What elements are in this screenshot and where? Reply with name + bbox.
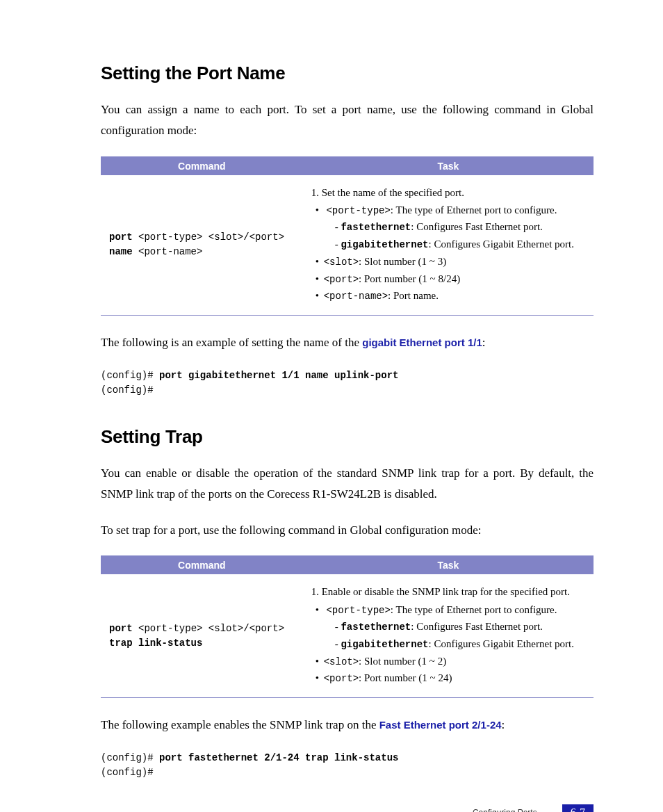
heading-setting-port-name: Setting the Port Name — [101, 63, 594, 84]
task-sub-bullet: - gigabitethernet: Configures Gigabit Et… — [335, 236, 585, 253]
command-cell: port port <port-type> <slot>/<port><port… — [101, 574, 303, 698]
task-main-text: 1. Set the name of the specified port. — [311, 185, 585, 201]
code-example-2: (config)# port fastethernet 2/1-24 trap … — [101, 751, 594, 781]
table-header-command: Command — [101, 157, 303, 175]
task-bullet: <slot>: Slot number (1 ~ 2) — [324, 653, 585, 670]
command-table-1: Command Task port port <port-type> <slot… — [101, 156, 594, 316]
footer-chapter-label: Configuring Ports — [473, 808, 537, 812]
task-cell: 1. Set the name of the specified port. <… — [303, 174, 594, 315]
table-header-task: Task — [303, 556, 594, 574]
table-row: port port <port-type> <slot>/<port><port… — [101, 574, 594, 698]
table-header-task: Task — [303, 157, 594, 175]
example-lead-1: The following is an example of setting t… — [101, 332, 594, 353]
page-number-badge: 6-7 — [562, 804, 594, 812]
code-example-1: (config)# port gigabitethernet 1/1 name … — [101, 368, 594, 398]
page-footer: Configuring Ports 6-7 — [473, 804, 594, 812]
task-sub-bullet: - gigabitethernet: Configures Gigabit Et… — [335, 636, 585, 653]
command-table-2: Command Task port port <port-type> <slot… — [101, 555, 594, 698]
task-bullet: <port-type>: The type of Ethernet port t… — [324, 602, 585, 653]
table-row: port port <port-type> <slot>/<port><port… — [101, 174, 594, 315]
task-bullet: <port>: Port number (1 ~ 8/24) — [324, 271, 585, 288]
intro-paragraph-1: You can assign a name to each port. To s… — [101, 99, 594, 141]
document-page: Setting the Port Name You can assign a n… — [0, 0, 663, 812]
heading-setting-trap: Setting Trap — [101, 426, 594, 448]
example-lead-2: The following example enables the SNMP l… — [101, 715, 594, 736]
intro-paragraph-2a: You can enable or disable the operation … — [101, 463, 594, 505]
task-main-text: 1. Enable or disable the SNMP link trap … — [311, 584, 585, 600]
intro-paragraph-2b: To set trap for a port, use the followin… — [101, 520, 594, 541]
table-header-command: Command — [101, 556, 303, 574]
task-bullet: <port>: Port number (1 ~ 24) — [324, 670, 585, 687]
task-bullet: <slot>: Slot number (1 ~ 3) — [324, 254, 585, 270]
command-cell: port port <port-type> <slot>/<port><port… — [101, 174, 303, 315]
task-bullet: <port-type>: The type of Ethernet port t… — [324, 202, 585, 253]
task-bullet: <port-name>: Port name. — [324, 288, 585, 304]
task-cell: 1. Enable or disable the SNMP link trap … — [303, 574, 594, 698]
task-sub-bullet: - fastethernet: Configures Fast Ethernet… — [335, 219, 585, 236]
task-sub-bullet: - fastethernet: Configures Fast Ethernet… — [335, 619, 585, 635]
